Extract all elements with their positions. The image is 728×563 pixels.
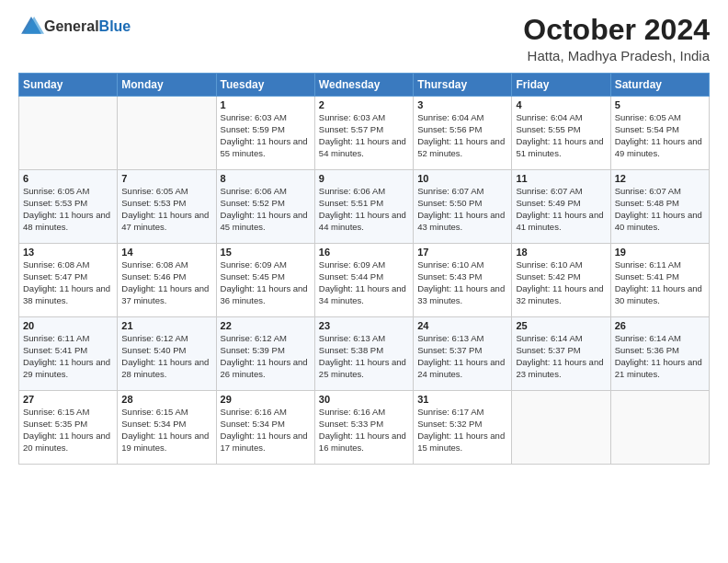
header-row: Sunday Monday Tuesday Wednesday Thursday…	[19, 74, 710, 97]
cell-info: Sunrise: 6:04 AM Sunset: 5:55 PM Dayligh…	[516, 112, 606, 159]
day-number: 19	[615, 247, 705, 258]
cell-info: Sunrise: 6:11 AM Sunset: 5:41 PM Dayligh…	[23, 333, 113, 380]
cell-info: Sunrise: 6:06 AM Sunset: 5:52 PM Dayligh…	[221, 186, 311, 233]
calendar-cell: 26Sunrise: 6:14 AM Sunset: 5:36 PM Dayli…	[610, 317, 709, 391]
cell-info: Sunrise: 6:13 AM Sunset: 5:37 PM Dayligh…	[417, 333, 507, 380]
cell-info: Sunrise: 6:10 AM Sunset: 5:43 PM Dayligh…	[417, 259, 507, 306]
cell-info: Sunrise: 6:09 AM Sunset: 5:45 PM Dayligh…	[221, 259, 311, 306]
calendar-cell: 19Sunrise: 6:11 AM Sunset: 5:41 PM Dayli…	[610, 244, 709, 317]
day-number: 18	[516, 247, 606, 258]
calendar-cell: 28Sunrise: 6:15 AM Sunset: 5:34 PM Dayli…	[118, 391, 216, 465]
calendar-cell: 18Sunrise: 6:10 AM Sunset: 5:42 PM Dayli…	[512, 244, 610, 317]
cell-info: Sunrise: 6:07 AM Sunset: 5:48 PM Dayligh…	[615, 186, 705, 233]
calendar-cell: 1Sunrise: 6:03 AM Sunset: 5:59 PM Daylig…	[216, 97, 314, 170]
day-number: 8	[221, 173, 311, 184]
day-number: 13	[23, 247, 113, 258]
calendar-cell: 10Sunrise: 6:07 AM Sunset: 5:50 PM Dayli…	[414, 170, 512, 244]
cell-info: Sunrise: 6:08 AM Sunset: 5:46 PM Dayligh…	[121, 259, 211, 306]
day-number: 29	[221, 394, 311, 405]
calendar-cell: 8Sunrise: 6:06 AM Sunset: 5:52 PM Daylig…	[216, 170, 314, 244]
header: GeneralBlue October 2024 Hatta, Madhya P…	[18, 14, 710, 63]
day-number: 24	[417, 320, 507, 331]
cell-info: Sunrise: 6:05 AM Sunset: 5:53 PM Dayligh…	[121, 186, 211, 233]
calendar-cell: 5Sunrise: 6:05 AM Sunset: 5:54 PM Daylig…	[610, 97, 709, 170]
col-friday: Friday	[512, 74, 610, 97]
calendar-cell: 13Sunrise: 6:08 AM Sunset: 5:47 PM Dayli…	[19, 244, 118, 317]
calendar-cell: 23Sunrise: 6:13 AM Sunset: 5:38 PM Dayli…	[314, 317, 413, 391]
cell-info: Sunrise: 6:14 AM Sunset: 5:37 PM Dayligh…	[516, 333, 606, 380]
cell-info: Sunrise: 6:12 AM Sunset: 5:39 PM Dayligh…	[221, 333, 311, 380]
calendar-week-5: 27Sunrise: 6:15 AM Sunset: 5:35 PM Dayli…	[19, 391, 710, 465]
day-number: 22	[221, 320, 311, 331]
calendar-cell	[118, 97, 216, 170]
calendar-cell: 31Sunrise: 6:17 AM Sunset: 5:32 PM Dayli…	[414, 391, 512, 465]
cell-info: Sunrise: 6:17 AM Sunset: 5:32 PM Dayligh…	[417, 407, 507, 454]
col-wednesday: Wednesday	[314, 74, 413, 97]
day-number: 23	[319, 320, 409, 331]
month-title: October 2024	[523, 14, 710, 46]
col-saturday: Saturday	[610, 74, 709, 97]
calendar-cell: 25Sunrise: 6:14 AM Sunset: 5:37 PM Dayli…	[512, 317, 610, 391]
day-number: 12	[615, 173, 705, 184]
calendar-cell: 22Sunrise: 6:12 AM Sunset: 5:39 PM Dayli…	[216, 317, 314, 391]
day-number: 27	[23, 394, 113, 405]
cell-info: Sunrise: 6:05 AM Sunset: 5:53 PM Dayligh…	[23, 186, 113, 233]
calendar-cell: 2Sunrise: 6:03 AM Sunset: 5:57 PM Daylig…	[314, 97, 413, 170]
calendar-cell: 24Sunrise: 6:13 AM Sunset: 5:37 PM Dayli…	[414, 317, 512, 391]
day-number: 9	[319, 173, 409, 184]
calendar-cell: 11Sunrise: 6:07 AM Sunset: 5:49 PM Dayli…	[512, 170, 610, 244]
day-number: 4	[516, 99, 606, 110]
cell-info: Sunrise: 6:15 AM Sunset: 5:35 PM Dayligh…	[23, 407, 113, 454]
cell-info: Sunrise: 6:10 AM Sunset: 5:42 PM Dayligh…	[516, 259, 606, 306]
cell-info: Sunrise: 6:07 AM Sunset: 5:50 PM Dayligh…	[417, 186, 507, 233]
cell-info: Sunrise: 6:12 AM Sunset: 5:40 PM Dayligh…	[121, 333, 211, 380]
calendar-cell: 20Sunrise: 6:11 AM Sunset: 5:41 PM Dayli…	[19, 317, 118, 391]
day-number: 5	[615, 99, 705, 110]
calendar-week-1: 1Sunrise: 6:03 AM Sunset: 5:59 PM Daylig…	[19, 97, 710, 170]
calendar-cell: 29Sunrise: 6:16 AM Sunset: 5:34 PM Dayli…	[216, 391, 314, 465]
calendar-table: Sunday Monday Tuesday Wednesday Thursday…	[18, 73, 710, 465]
calendar-cell: 12Sunrise: 6:07 AM Sunset: 5:48 PM Dayli…	[610, 170, 709, 244]
logo: GeneralBlue	[18, 14, 131, 40]
cell-info: Sunrise: 6:15 AM Sunset: 5:34 PM Dayligh…	[121, 407, 211, 454]
calendar-page: GeneralBlue October 2024 Hatta, Madhya P…	[0, 0, 728, 563]
calendar-cell: 6Sunrise: 6:05 AM Sunset: 5:53 PM Daylig…	[19, 170, 118, 244]
cell-info: Sunrise: 6:08 AM Sunset: 5:47 PM Dayligh…	[23, 259, 113, 306]
day-number: 3	[417, 99, 507, 110]
calendar-cell: 30Sunrise: 6:16 AM Sunset: 5:33 PM Dayli…	[314, 391, 413, 465]
location-title: Hatta, Madhya Pradesh, India	[523, 48, 710, 63]
col-monday: Monday	[118, 74, 216, 97]
cell-info: Sunrise: 6:16 AM Sunset: 5:34 PM Dayligh…	[221, 407, 311, 454]
col-sunday: Sunday	[19, 74, 118, 97]
calendar-cell: 7Sunrise: 6:05 AM Sunset: 5:53 PM Daylig…	[118, 170, 216, 244]
calendar-cell	[512, 391, 610, 465]
calendar-cell: 9Sunrise: 6:06 AM Sunset: 5:51 PM Daylig…	[314, 170, 413, 244]
cell-info: Sunrise: 6:13 AM Sunset: 5:38 PM Dayligh…	[319, 333, 409, 380]
day-number: 6	[23, 173, 113, 184]
col-tuesday: Tuesday	[216, 74, 314, 97]
calendar-week-3: 13Sunrise: 6:08 AM Sunset: 5:47 PM Dayli…	[19, 244, 710, 317]
day-number: 14	[121, 247, 211, 258]
calendar-cell: 21Sunrise: 6:12 AM Sunset: 5:40 PM Dayli…	[118, 317, 216, 391]
calendar-cell: 14Sunrise: 6:08 AM Sunset: 5:46 PM Dayli…	[118, 244, 216, 317]
cell-info: Sunrise: 6:09 AM Sunset: 5:44 PM Dayligh…	[319, 259, 409, 306]
cell-info: Sunrise: 6:05 AM Sunset: 5:54 PM Dayligh…	[615, 112, 705, 159]
cell-info: Sunrise: 6:03 AM Sunset: 5:57 PM Dayligh…	[319, 112, 409, 159]
day-number: 7	[121, 173, 211, 184]
day-number: 16	[319, 247, 409, 258]
cell-info: Sunrise: 6:14 AM Sunset: 5:36 PM Dayligh…	[615, 333, 705, 380]
logo-blue-text: Blue	[99, 18, 131, 34]
day-number: 30	[319, 394, 409, 405]
day-number: 10	[417, 173, 507, 184]
day-number: 31	[417, 394, 507, 405]
day-number: 15	[221, 247, 311, 258]
cell-info: Sunrise: 6:06 AM Sunset: 5:51 PM Dayligh…	[319, 186, 409, 233]
calendar-cell	[19, 97, 118, 170]
day-number: 20	[23, 320, 113, 331]
logo-icon	[18, 14, 44, 40]
cell-info: Sunrise: 6:07 AM Sunset: 5:49 PM Dayligh…	[516, 186, 606, 233]
day-number: 11	[516, 173, 606, 184]
calendar-week-4: 20Sunrise: 6:11 AM Sunset: 5:41 PM Dayli…	[19, 317, 710, 391]
day-number: 28	[121, 394, 211, 405]
calendar-cell: 3Sunrise: 6:04 AM Sunset: 5:56 PM Daylig…	[414, 97, 512, 170]
